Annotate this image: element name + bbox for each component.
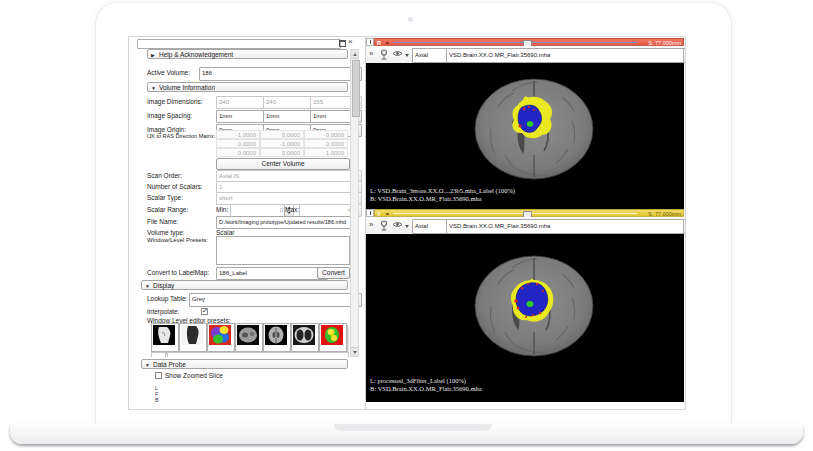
matrix-cell: 1.0000 xyxy=(304,148,348,157)
label-layer-annotation: L: processed_3dFilter_Label (100%) xyxy=(370,377,466,385)
interpolate-checkbox[interactable] xyxy=(201,308,208,315)
pushpin-icon[interactable] xyxy=(379,220,389,231)
slice-viewers: R S: 77.000mm Axial VSD.Brain.XX.O.MR_Fl… xyxy=(365,37,684,409)
spinner-icon[interactable] xyxy=(683,220,686,233)
scroll-up-icon[interactable] xyxy=(351,50,358,59)
matrix-cell: -1.0000 xyxy=(216,130,260,139)
laptop-base xyxy=(10,424,803,444)
preset-rainbow-thumbnail[interactable] xyxy=(207,323,235,352)
panel-scrollbar[interactable] xyxy=(350,49,359,357)
data-probe-section-label: Data Probe xyxy=(153,361,186,368)
matrix-cell: 0.0000 xyxy=(304,139,348,148)
volume-combo[interactable]: VSD.Brain.XX.O.MR_Flair.35690.mha xyxy=(446,48,686,63)
lookup-table-combo[interactable]: Grey xyxy=(189,293,362,307)
pet-icon xyxy=(321,325,343,345)
slider-groove xyxy=(393,42,637,43)
slider-groove xyxy=(393,213,637,214)
red-slice-viewport[interactable]: L: VSD.Brain_3more.XX.O....23b5.mha_Labe… xyxy=(366,63,684,209)
more-options-icon[interactable] xyxy=(369,49,373,58)
file-name-label: File Name: xyxy=(147,217,178,227)
help-section-header[interactable]: Help & Acknowledgement xyxy=(147,49,348,59)
wl-presets-listbox[interactable] xyxy=(216,236,350,265)
volume-combo[interactable]: VSD.Brain.XX.O.MR_Flair.35690.mha xyxy=(446,219,686,234)
active-volume-label: Active Volume: xyxy=(147,68,190,78)
matrix-cell: 0.0000 xyxy=(304,130,348,139)
slider-dot-icon xyxy=(386,213,389,216)
spinner-icon[interactable] xyxy=(683,49,686,62)
axis-badge: R xyxy=(377,40,381,46)
preset-ct-air-thumbnail[interactable] xyxy=(179,323,207,352)
float-panel-button[interactable] xyxy=(339,39,346,46)
scalar-max-label: Max: xyxy=(285,205,299,215)
show-zoomed-slice-checkbox[interactable] xyxy=(155,372,162,379)
slider-dot-icon xyxy=(386,42,389,45)
center-volume-button[interactable]: Center Volume xyxy=(216,158,350,170)
scrollbar-thumb[interactable] xyxy=(352,60,360,117)
preset-pet-thumbnail[interactable] xyxy=(319,323,347,352)
background-layer-annotation: B: VSD.Brain.XX.O.MR_Flair.35690.mha xyxy=(370,385,482,393)
image-dimensions-label: Image Dimensions: xyxy=(147,97,203,107)
scan-order-label: Scan Order: xyxy=(147,171,182,181)
matrix-cell: 0.0000 xyxy=(260,148,304,157)
ct-lung-icon xyxy=(293,325,315,345)
image-spacing-label: Image Spacing: xyxy=(147,111,192,121)
yellow-slice-slider[interactable]: Y S: 77.000mm xyxy=(366,209,684,217)
slice-slider-track-yellow[interactable]: Y S: 77.000mm xyxy=(374,209,684,217)
convert-button[interactable]: Convert xyxy=(317,267,350,279)
label-layer-annotation: L: VSD.Brain_3more.XX.O....23b5.mha_Labe… xyxy=(370,187,515,195)
app-window: × Help & Acknowledgement Active Volume: … xyxy=(128,36,686,410)
slice-slider-track-red[interactable]: R S: 77.000mm xyxy=(374,38,684,46)
preset-ct-bone-thumbnail[interactable] xyxy=(151,323,179,352)
matrix-cell: 0.0000 xyxy=(216,139,260,148)
ct-bone-icon xyxy=(153,325,175,345)
red-slice-slider[interactable]: R S: 77.000mm xyxy=(366,38,684,46)
wl-presets-label: Window/Level Presets: xyxy=(147,237,215,244)
preset-ct-abdomen-thumbnail[interactable] xyxy=(235,323,263,352)
matrix-cell: 0.0000 xyxy=(216,148,260,157)
mri-brain-icon xyxy=(265,325,287,345)
volume-info-section-header[interactable]: Volume Information xyxy=(147,82,348,92)
data-probe-section-header[interactable]: Data Probe xyxy=(141,359,348,369)
red-view-toolbar: Axial VSD.Brain.XX.O.MR_Flair.35690.mha xyxy=(366,46,684,64)
number-of-scalars-label: Number of Scalars: xyxy=(147,182,203,192)
pin-button[interactable] xyxy=(366,209,374,217)
float-icon xyxy=(339,40,346,47)
convert-labelmap-combo[interactable]: 186_Label xyxy=(216,267,328,280)
active-volume-combo[interactable]: 186 xyxy=(199,67,362,81)
laptop-lid-notch xyxy=(334,424,492,431)
active-volume-value: 186 xyxy=(202,70,212,76)
rainbow-icon xyxy=(209,325,231,345)
file-name-input[interactable]: D:/work/Imaging prototype/Updated result… xyxy=(216,216,354,229)
preset-mri-brain-thumbnail[interactable] xyxy=(263,323,291,352)
preset-ct-lung-thumbnail[interactable] xyxy=(291,323,319,352)
background-layer-annotation: B: VSD.Brain.XX.O.MR_Flair.35690.mha xyxy=(370,195,482,203)
volume-info-label: Volume Information xyxy=(159,84,215,91)
slice-offset-readout: S: 77.000mm xyxy=(648,40,681,46)
display-section-header[interactable]: Display xyxy=(141,280,348,290)
lookup-table-label: Lookup Table: xyxy=(147,294,187,304)
ct-abdomen-icon xyxy=(237,325,259,345)
show-zoomed-slice-label: Show Zoomed Slice xyxy=(165,371,223,381)
scalar-type-label: Scalar Type: xyxy=(147,193,183,203)
module-selector[interactable] xyxy=(137,39,341,49)
ct-air-icon xyxy=(181,325,203,345)
chevron-down-icon[interactable] xyxy=(405,225,409,228)
visibility-eye-icon[interactable] xyxy=(392,220,403,229)
yellow-slice-viewport[interactable]: L: processed_3dFilter_Label (100%) B: VS… xyxy=(366,234,684,402)
display-section-label: Display xyxy=(153,282,174,289)
scalar-range-label: Scalar Range: xyxy=(147,205,188,215)
scroll-down-icon[interactable] xyxy=(351,347,358,356)
pushpin-icon[interactable] xyxy=(379,49,389,60)
more-options-icon[interactable] xyxy=(369,220,373,229)
page: × Help & Acknowledgement Active Volume: … xyxy=(0,0,813,451)
axis-badge: Y xyxy=(377,211,381,217)
pin-button[interactable] xyxy=(366,38,374,46)
preset-row-partial xyxy=(151,352,166,357)
yellow-view-toolbar: Axial VSD.Brain.XX.O.MR_Flair.35690.mha xyxy=(366,217,684,235)
chevron-down-icon[interactable] xyxy=(405,54,409,57)
close-panel-button[interactable]: × xyxy=(348,39,355,46)
visibility-eye-icon[interactable] xyxy=(392,49,403,58)
scalar-min-label: Min: xyxy=(216,205,228,215)
webcam-dot xyxy=(408,17,413,22)
probe-layer-b: B xyxy=(155,395,159,405)
